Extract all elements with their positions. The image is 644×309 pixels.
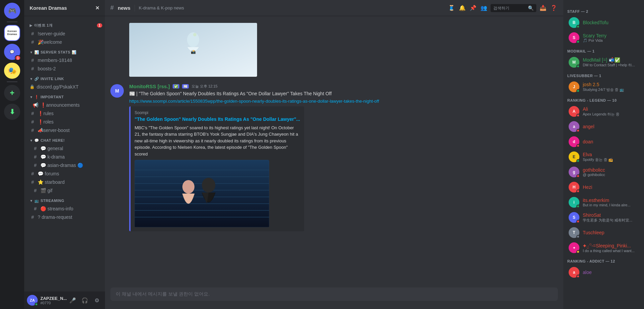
message-link[interactable]: https://www.soompi.com/article/1550835wp… [129,99,558,104]
member-sleeping-pinki[interactable]: ✦ ✦·͜·꙳-=Sleeping_Pinki... I do a thing … [566,240,641,255]
member-avatar-scary-terry: S [569,32,579,43]
hash-icon-8: # [30,128,36,133]
channel-sidebar: Korean Dramas ✕ ▶ 이벤트 1개 1 # !server-gui… [24,0,105,309]
member-aloe[interactable]: a aloe [566,265,641,280]
member-info-scary-terry: Scary Terry 🎵 Por Vida [583,33,639,43]
category-important[interactable]: ▼ ❗ IMPORTANT [24,94,105,101]
member-gothibolicc[interactable]: g gothibolicc @ gothibolicc [566,165,641,179]
members-sidebar: STAFF — 2 B BlockedTofu S Scary Terry 🎵 … [563,0,644,309]
member-angel[interactable]: a angel [566,119,641,134]
members-category-staff: STAFF — 2 [563,8,644,15]
hash-icon-16: # [30,214,36,220]
member-name-aloe: aloe [583,270,639,275]
channel-drama-request[interactable]: # ? drama-request [27,213,102,221]
server-icon-download[interactable]: ⬇ [4,104,20,120]
mute-button[interactable]: 🎤 [67,295,78,306]
members-button[interactable]: 👥 [480,4,488,12]
member-elva[interactable]: E Elva Spotify 듣는 중 📻 [566,149,641,164]
category-streaming[interactable]: ▼ 📺 STREAMING [24,197,105,204]
deafen-button[interactable]: 🎧 [79,295,90,306]
channel-members[interactable]: # members-18148 [27,56,102,64]
search-bar[interactable]: 🔍 [491,4,536,12]
member-info-doan: doan [583,139,639,144]
member-avatar-gothibolicc: g [569,167,579,177]
help-button[interactable]: ❓ [550,4,558,12]
member-shirosat[interactable]: S ShiroSat 学生若多 为歌是句 戒有时宜... [566,210,641,225]
member-avatar-blockedtofu: B [569,17,579,28]
username: ZAPZEE_N... [40,296,65,301]
hash-icon-5: 📢 [32,102,38,108]
members-category-addict: RANKING - ADDICT — 12 [563,258,644,265]
category-server-stats[interactable]: ▼ 📊 SERVER STATS 📊 [24,49,105,56]
server-icon-home[interactable]: 🎮 [4,3,20,19]
member-avatar-modmail: M [569,57,579,68]
member-itsestherkim[interactable]: i its.estherkim But in my mind, I kinda … [566,195,641,210]
member-doan[interactable]: d doan [566,134,641,149]
hash-icon-2: # [30,39,36,45]
channel-header-name: news [118,5,131,11]
member-hezi[interactable]: H Hezi [566,180,641,195]
invite-link-label: 🔗 INVITE LINK [34,77,64,81]
member-status-shirosat: 学生若多 为歌是句 戒有时宜... [583,218,639,223]
channel-general[interactable]: # 💬 general [27,144,102,152]
channel-gif[interactable]: # 🎬 gif [27,186,102,195]
category-event[interactable]: ▶ 이벤트 1개 1 [24,22,105,29]
message-author[interactable]: MonitoRSS [rss.] [129,83,170,89]
member-tuschleep[interactable]: T Tuschleep [566,225,641,240]
channel-boosts[interactable]: # boosts-2 [27,65,102,73]
member-info-tuschleep: Tuschleep [583,230,639,235]
server-icon-orange[interactable]: 🎭 [4,63,20,79]
message-group: M MonitoRSS [rss.] ✅ 📰 오늘 오후 12:15 📰 | "… [105,82,563,233]
notification-settings-button[interactable]: 🔔 [458,4,466,12]
member-josh[interactable]: J josh 2.5 Studying 24/7 방송 중 📺 [566,79,641,94]
channel-kdrama[interactable]: # 💬 k-drama [27,153,102,161]
search-input[interactable] [493,6,526,10]
channel-roles[interactable]: # ❗roles [27,118,102,126]
search-icon: 🔍 [528,5,534,11]
member-name-hezi: Hezi [583,184,639,190]
channel-welcome[interactable]: # 🎉welcome [27,38,102,46]
add-thread-button[interactable]: 🧵 [448,4,456,12]
channel-streams-info[interactable]: # 🔴 streams-info [27,205,102,213]
lock-icon: 🔒 [30,84,35,89]
category-invite-link[interactable]: ▼ 🔗 INVITE LINK [24,75,105,82]
channel-forums[interactable]: # 💬 forums [27,170,102,178]
member-scary-terry[interactable]: S Scary Terry 🎵 Por Vida [566,30,641,45]
embed-site: Soompi [135,110,300,115]
server-icon-korean-dramas[interactable]: KoreanDramas [4,25,20,41]
channel-rules[interactable]: # ❗rules [27,109,102,117]
status-dot-elva [576,159,580,163]
verified-badge-1: ✅ [173,84,179,89]
chevron-icon-2: ▼ [30,50,33,54]
server-icon-blue[interactable]: 💬 1 [4,44,20,60]
server-header[interactable]: Korean Dramas ✕ [24,0,105,16]
header-divider [135,5,135,11]
pin-button[interactable]: 📌 [469,4,477,12]
channel-announcements[interactable]: 📢 ❗announcements [27,101,102,109]
hash-icon-14: # [32,188,38,193]
message-avatar[interactable]: M [110,84,124,98]
server-icon-add[interactable]: + [4,85,20,101]
inbox-button[interactable]: 📥 [539,4,547,12]
hash-icon-6: # [30,111,36,116]
channel-server-guide[interactable]: # !server-guide [27,30,102,38]
settings-button[interactable]: ⚙ [92,295,102,306]
channel-server-boost[interactable]: # 📣server-boost [27,126,102,134]
embed-description: MBC's "The Golden Spoon" soared to its h… [135,125,300,158]
status-dot-online [576,25,580,28]
invite-link-url[interactable]: 🔒 discord.gg/PskakXT [27,83,102,91]
member-modmail[interactable]: M ModMail [=] 📬✅ DM to Contact Staff | =… [566,55,641,70]
category-chat[interactable]: ▼ 💬 CHAT HERE! [24,137,105,144]
server-icon-label: 💬 [10,50,14,54]
member-blockedtofu[interactable]: B BlockedTofu [566,15,641,30]
channel-starboard[interactable]: # ⭐ starboard [27,178,102,186]
user-avatar[interactable]: ZA [27,295,38,306]
member-ali[interactable]: A Ali Apex Legends 하는 중 [566,104,641,119]
channel-asian-dramas[interactable]: # 💬 asian-dramas 🔵 [27,161,102,169]
user-tag: #0770 [40,301,65,305]
member-avatar-itsestherkim: i [569,197,579,208]
category-label: 이벤트 1개 [34,23,53,28]
embed-title[interactable]: "The Golden Spoon" Nearly Doubles Its Ra… [135,116,300,122]
svg-point-14 [182,180,194,194]
member-avatar-hezi: H [569,182,579,193]
